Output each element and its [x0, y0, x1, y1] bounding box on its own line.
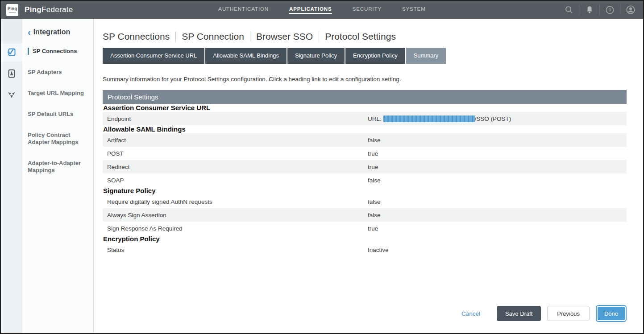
sidebar-back-integration[interactable]: ‹ Integration — [28, 28, 90, 36]
ping-logo[interactable]: Ping — [6, 4, 18, 16]
account-icon[interactable] — [620, 5, 640, 15]
active-indicator-bar — [28, 48, 29, 55]
summary-row-status: Status Inactive — [103, 243, 627, 256]
tab-allowable-saml-bindings[interactable]: Allowable SAML Bindings — [205, 48, 287, 64]
breadcrumb-protocol-settings[interactable]: Protocol Settings — [325, 31, 396, 42]
app-window: Ping PingFederate AUTHENTICATION APPLICA… — [0, 0, 644, 334]
row-label: Artifact — [103, 137, 368, 144]
search-icon[interactable] — [559, 5, 579, 14]
top-nav-bar: Ping PingFederate AUTHENTICATION APPLICA… — [1, 1, 643, 19]
chevron-left-icon: ‹ — [28, 29, 31, 36]
sidebar-item-label: Policy Contract Adapter Mappings — [28, 132, 90, 146]
summary-row-artifact: Artifact false — [103, 133, 627, 147]
sidebar-item-policy-contract-adapter-mappings[interactable]: Policy Contract Adapter Mappings — [28, 132, 90, 146]
sidebar: ‹ Integration SP Connections SP Adapters… — [22, 19, 94, 333]
sp-connections-icon[interactable] — [6, 47, 17, 59]
app-title: PingFederate — [25, 5, 73, 14]
sidebar-item-label: Target URL Mapping — [28, 90, 84, 97]
summary-row-endpoint: Endpoint URL: /SSO (POST) — [103, 112, 627, 125]
row-label: Redirect — [103, 164, 368, 170]
row-value: Inactive — [368, 247, 627, 253]
footer-actions: Cancel Save Draft Previous Done — [461, 306, 627, 321]
primary-nav: AUTHENTICATION APPLICATIONS SECURITY SYS… — [218, 6, 425, 14]
row-label: SOAP — [103, 177, 368, 184]
row-label: Require digitally signed AuthN requests — [103, 198, 368, 205]
sidebar-item-sp-connections[interactable]: SP Connections — [28, 48, 90, 55]
tab-encryption-policy[interactable]: Encryption Policy — [345, 48, 405, 64]
help-icon[interactable]: ? — [600, 5, 620, 15]
main-content: SP Connections SP Connection Browser SSO… — [94, 19, 643, 333]
rail-top-block — [1, 19, 22, 41]
summary-row-soap: SOAP false — [103, 173, 627, 187]
summary-row-sign-response-as-required: Sign Response As Required true — [103, 222, 627, 235]
sidebar-item-label: SP Default URLs — [28, 111, 73, 118]
row-value: false — [368, 198, 627, 205]
sidebar-item-target-url-mapping[interactable]: Target URL Mapping — [28, 90, 90, 97]
sidebar-item-sp-adapters[interactable]: SP Adapters — [28, 69, 90, 76]
row-value: true — [368, 150, 627, 157]
nav-system[interactable]: SYSTEM — [402, 6, 426, 14]
save-draft-button[interactable]: Save Draft — [497, 306, 541, 321]
breadcrumb-divider — [319, 32, 319, 41]
cancel-link[interactable]: Cancel — [461, 310, 480, 317]
tab-summary[interactable]: Summary — [406, 48, 446, 64]
sidebar-item-label: SP Adapters — [28, 69, 62, 76]
breadcrumb-browser-sso[interactable]: Browser SSO — [256, 31, 313, 42]
sp-adapters-icon[interactable] — [6, 68, 17, 81]
row-value: URL: /SSO (POST) — [368, 115, 627, 122]
sidebar-item-sp-default-urls[interactable]: SP Default URLs — [28, 111, 90, 118]
svg-text:?: ? — [608, 7, 611, 12]
notifications-bell-icon[interactable] — [579, 5, 599, 14]
sidebar-item-label: Adapter-to-Adapter Mappings — [28, 160, 90, 174]
nav-security[interactable]: SECURITY — [353, 6, 382, 14]
summary-row-require-signed-authn: Require digitally signed AuthN requests … — [103, 195, 627, 208]
tab-assertion-consumer-service-url[interactable]: Assertion Consumer Service URL — [103, 48, 204, 64]
row-value: false — [368, 137, 627, 144]
previous-button[interactable]: Previous — [547, 306, 590, 321]
url-prefix: URL: — [368, 115, 383, 122]
breadcrumb: SP Connections SP Connection Browser SSO… — [103, 31, 627, 42]
tab-signature-policy[interactable]: Signature Policy — [287, 48, 345, 64]
sidebar-item-label: SP Connections — [33, 48, 77, 55]
row-value: true — [368, 225, 627, 232]
sidebar-items: SP Connections SP Adapters Target URL Ma… — [28, 48, 90, 174]
row-label: Sign Response As Required — [103, 225, 368, 232]
row-label: POST — [103, 150, 368, 157]
breadcrumb-divider — [175, 32, 176, 41]
ping-logo-subtext — [9, 12, 16, 13]
breadcrumb-sp-connections[interactable]: SP Connections — [103, 31, 170, 42]
row-value: false — [368, 177, 627, 184]
done-button[interactable]: Done — [597, 306, 626, 321]
url-suffix: /SSO (POST) — [475, 115, 511, 122]
ping-logo-text: Ping — [8, 7, 17, 11]
app-title-light: Federate — [42, 5, 73, 14]
target-url-mapping-icon[interactable] — [6, 90, 17, 102]
summary-row-always-sign-assertion: Always Sign Assertion false — [103, 208, 627, 222]
row-value: true — [368, 164, 627, 170]
breadcrumb-sp-connection[interactable]: SP Connection — [182, 31, 244, 42]
summary-description: Summary information for your Protocol Se… — [103, 76, 627, 82]
row-label: Always Sign Assertion — [103, 212, 368, 219]
sidebar-section-title: Integration — [33, 28, 71, 36]
panel-title: Protocol Settings — [103, 90, 627, 104]
sidebar-item-adapter-to-adapter-mappings[interactable]: Adapter-to-Adapter Mappings — [28, 160, 90, 174]
nav-applications[interactable]: APPLICATIONS — [289, 6, 332, 14]
row-value: false — [368, 212, 627, 219]
summary-row-redirect: Redirect true — [103, 160, 627, 173]
breadcrumb-divider — [250, 32, 250, 41]
nav-icon-group: ? — [559, 1, 640, 19]
sidebar-icon-rail — [1, 19, 22, 333]
row-label: Status — [103, 247, 368, 253]
app-title-bold: Ping — [25, 5, 42, 14]
summary-row-post: POST true — [103, 147, 627, 160]
nav-authentication[interactable]: AUTHENTICATION — [218, 6, 269, 14]
row-label: Endpoint — [103, 115, 368, 122]
step-tabs: Assertion Consumer Service URL Allowable… — [103, 48, 627, 64]
redacted-url-highlight — [383, 115, 475, 122]
